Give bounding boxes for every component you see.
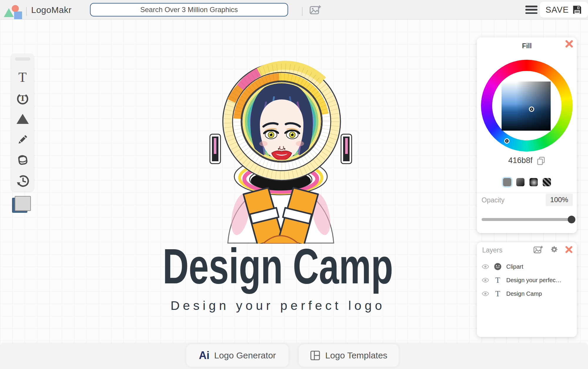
- svg-text:T: T: [19, 93, 25, 103]
- opacity-track: [482, 218, 572, 221]
- saturation-marker[interactable]: [530, 107, 533, 111]
- opacity-handle[interactable]: [568, 216, 575, 223]
- layer-row-clipart[interactable]: Clipart: [477, 260, 577, 273]
- layer-row-subtitle-text[interactable]: T Design your perfec…: [477, 273, 577, 287]
- opacity-value[interactable]: 100%: [546, 194, 573, 206]
- templates-icon: [310, 350, 320, 361]
- layer-row-title-text[interactable]: T Design Camp: [477, 287, 577, 300]
- history-tool-button[interactable]: [11, 171, 34, 191]
- save-button[interactable]: SAVE: [540, 2, 588, 18]
- fill-style-row: [477, 178, 577, 186]
- brand-text: LogoMakr: [31, 5, 71, 15]
- hex-row: 416b8f: [477, 156, 577, 165]
- menu-icon: [525, 6, 537, 7]
- curved-text-icon: T: [15, 90, 30, 106]
- save-label: SAVE: [545, 5, 569, 15]
- gear-icon[interactable]: [550, 245, 559, 254]
- layer-list: Clipart T Design your perfec… T Design C…: [477, 260, 577, 300]
- hue-marker[interactable]: [505, 139, 509, 143]
- copy-icon[interactable]: [537, 156, 545, 165]
- add-image-icon: [309, 5, 322, 15]
- layer-label: Design your perfec…: [506, 277, 562, 284]
- layers-panel-actions: [533, 245, 573, 254]
- draw-tool-button[interactable]: [11, 129, 34, 150]
- triangle-icon: [16, 113, 29, 125]
- fill-color-chip[interactable]: [15, 196, 31, 211]
- opacity-label: Opacity: [482, 196, 505, 204]
- tool-palette: T T: [11, 54, 34, 191]
- helmet-earpod-left: [210, 134, 220, 164]
- menu-button[interactable]: [525, 6, 537, 14]
- top-bar: LogoMakr SAVE: [0, 0, 588, 19]
- text-layer-icon: T: [494, 276, 502, 285]
- eye-icon[interactable]: [482, 277, 489, 283]
- ai-icon: Ai: [199, 349, 209, 362]
- text-tool-button[interactable]: T: [11, 67, 34, 88]
- fill-panel-title: Fill: [477, 42, 577, 50]
- fill-panel: Fill 416b8f Opacity 100%: [477, 37, 577, 233]
- text-tool-icon: T: [18, 71, 26, 84]
- eraser-tool-button[interactable]: [11, 150, 34, 170]
- logomakr-app: Design Camp Design your perfect logo Log…: [0, 0, 588, 369]
- upload-image-button[interactable]: [309, 5, 322, 15]
- layers-panel-title: Layers: [482, 246, 502, 254]
- bottom-bar: Ai Logo Generator Logo Templates: [0, 343, 588, 369]
- solid-fill-swatch[interactable]: [503, 178, 511, 186]
- layer-label: Design Camp: [506, 290, 542, 297]
- astronaut-clipart[interactable]: [206, 49, 356, 244]
- palette-drag-handle[interactable]: [15, 57, 30, 61]
- logo-generator-label: Logo Generator: [214, 350, 276, 360]
- history-icon: [16, 174, 29, 188]
- logo-templates-button[interactable]: Logo Templates: [299, 344, 399, 367]
- color-chips: [12, 196, 31, 213]
- logomakr-logo-icon[interactable]: [4, 8, 23, 19]
- clipart-layer-icon: [494, 263, 502, 270]
- divider: [477, 193, 577, 193]
- shapes-tool-button[interactable]: [11, 108, 34, 129]
- text-layer-icon: T: [494, 289, 502, 298]
- brand-name[interactable]: LogoMakr: [31, 5, 71, 15]
- hex-value[interactable]: 416b8f: [508, 156, 533, 165]
- pencil-icon: [16, 133, 29, 146]
- search-input[interactable]: [90, 3, 288, 16]
- eye-icon[interactable]: [482, 291, 489, 296]
- logo-square-icon: [14, 11, 22, 19]
- radial-gradient-swatch[interactable]: [529, 178, 538, 186]
- pattern-fill-swatch[interactable]: [543, 178, 551, 186]
- opacity-slider[interactable]: [482, 216, 572, 223]
- close-icon[interactable]: [565, 246, 573, 253]
- linear-gradient-swatch[interactable]: [516, 178, 524, 186]
- add-image-icon[interactable]: [533, 245, 543, 254]
- canvas-logo-subtitle[interactable]: Design your perfect logo: [109, 298, 447, 313]
- logo-circle-icon: [12, 5, 19, 12]
- logo-generator-button[interactable]: Ai Logo Generator: [186, 344, 288, 367]
- layer-label: Clipart: [506, 263, 523, 270]
- layers-panel: Layers: [477, 242, 577, 337]
- curved-text-tool-button[interactable]: T: [11, 88, 34, 108]
- divider: [26, 7, 27, 16]
- save-icon: [572, 4, 582, 15]
- canvas-logo-title[interactable]: Design Camp: [154, 243, 401, 290]
- eraser-icon: [16, 153, 29, 167]
- saturation-square[interactable]: [502, 82, 551, 131]
- eye-icon[interactable]: [482, 264, 489, 269]
- divider: [302, 7, 303, 16]
- helmet-earpod-right: [341, 134, 352, 164]
- logo-templates-label: Logo Templates: [325, 350, 387, 360]
